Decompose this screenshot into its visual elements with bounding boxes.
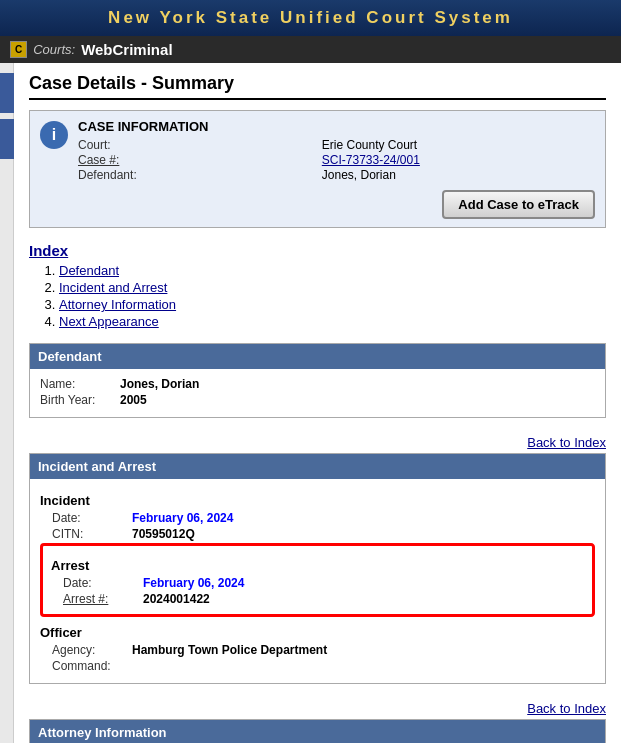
incident-back-to-index[interactable]: Back to Index: [527, 701, 606, 716]
case-num-value[interactable]: SCI-73733-24/001: [322, 153, 595, 167]
defendant-section: Defendant Name: Jones, Dorian Birth Year…: [29, 343, 606, 418]
agency-value: Hamburg Town Police Department: [132, 643, 327, 657]
command-row: Command:: [40, 659, 595, 673]
incident-date-label: Date:: [52, 511, 132, 525]
attorney-section: Attorney Information Defense Attorney: [29, 719, 606, 743]
side-tab-2[interactable]: [0, 119, 14, 159]
defendant-back-to-index[interactable]: Back to Index: [527, 435, 606, 450]
arrest-num-value: 2024001422: [143, 592, 210, 606]
etrack-row: Add Case to eTrack: [78, 190, 595, 219]
officer-label: Officer: [40, 625, 595, 640]
system-name: WebCriminal: [81, 41, 172, 58]
citn-label: CITN:: [52, 527, 132, 541]
side-tab-1[interactable]: [0, 73, 14, 113]
court-label: Court:: [78, 138, 312, 152]
page-title: Case Details - Summary: [29, 73, 606, 100]
index-list: Defendant Incident and Arrest Attorney I…: [29, 263, 606, 329]
case-num-label: Case #:: [78, 153, 312, 167]
agency-label: Agency:: [52, 643, 132, 657]
attorney-header: Attorney Information: [30, 720, 605, 743]
page-header: New York State Unified Court System: [0, 0, 621, 36]
citn-value: 70595012Q: [132, 527, 195, 541]
case-info-content: CASE INFORMATION Court: Erie County Cour…: [78, 119, 595, 219]
case-info-title: CASE INFORMATION: [78, 119, 595, 134]
index-link-appearance[interactable]: Next Appearance: [59, 314, 159, 329]
arrest-date-label: Date:: [63, 576, 143, 590]
incident-arrest-body: Incident Date: February 06, 2024 CITN: 7…: [30, 479, 605, 683]
name-row: Name: Jones, Dorian: [40, 377, 595, 391]
citn-row: CITN: 70595012Q: [40, 527, 595, 541]
courts-icon: C: [10, 41, 27, 58]
courts-label: Courts:: [33, 42, 75, 57]
incident-date-value: February 06, 2024: [132, 511, 233, 525]
arrest-label: Arrest: [51, 558, 584, 573]
case-info-table: Court: Erie County Court Case #: SCI-737…: [78, 138, 595, 182]
index-section: Index Defendant Incident and Arrest Atto…: [29, 242, 606, 329]
incident-label: Incident: [40, 493, 595, 508]
arrest-num-row: Arrest #: 2024001422: [51, 592, 584, 606]
arrest-num-label: Arrest #:: [63, 592, 143, 606]
incident-arrest-header: Incident and Arrest: [30, 454, 605, 479]
court-value: Erie County Court: [322, 138, 595, 152]
etrack-button[interactable]: Add Case to eTrack: [442, 190, 595, 219]
index-link-attorney[interactable]: Attorney Information: [59, 297, 176, 312]
incident-date-row: Date: February 06, 2024: [40, 511, 595, 525]
defendant-label: Defendant:: [78, 168, 312, 182]
case-info-box: i CASE INFORMATION Court: Erie County Co…: [29, 110, 606, 228]
birth-year-row: Birth Year: 2005: [40, 393, 595, 407]
agency-row: Agency: Hamburg Town Police Department: [40, 643, 595, 657]
info-icon: i: [40, 121, 68, 149]
defendant-body: Name: Jones, Dorian Birth Year: 2005: [30, 369, 605, 417]
index-link-defendant[interactable]: Defendant: [59, 263, 119, 278]
index-title[interactable]: Index: [29, 242, 606, 259]
incident-back-row: Back to Index: [29, 698, 606, 719]
index-item-4: Next Appearance: [59, 314, 606, 329]
name-label: Name:: [40, 377, 120, 391]
name-value: Jones, Dorian: [120, 377, 199, 391]
birth-year-value: 2005: [120, 393, 147, 407]
index-item-2: Incident and Arrest: [59, 280, 606, 295]
defendant-header: Defendant: [30, 344, 605, 369]
courts-bar: C Courts: WebCriminal: [0, 36, 621, 63]
header-title: New York State Unified Court System: [108, 8, 513, 27]
index-link-incident[interactable]: Incident and Arrest: [59, 280, 167, 295]
defendant-value: Jones, Dorian: [322, 168, 595, 182]
command-label: Command:: [52, 659, 132, 673]
birth-year-label: Birth Year:: [40, 393, 120, 407]
defendant-back-row: Back to Index: [29, 432, 606, 453]
incident-arrest-section: Incident and Arrest Incident Date: Febru…: [29, 453, 606, 684]
arrest-highlight-box: Arrest Date: February 06, 2024 Arrest #:…: [40, 543, 595, 617]
arrest-date-value: February 06, 2024: [143, 576, 244, 590]
arrest-date-row: Date: February 06, 2024: [51, 576, 584, 590]
main-content: Case Details - Summary i CASE INFORMATIO…: [14, 63, 621, 743]
index-item-3: Attorney Information: [59, 297, 606, 312]
page-wrapper: Case Details - Summary i CASE INFORMATIO…: [0, 63, 621, 743]
side-nav: [0, 63, 14, 743]
index-item-1: Defendant: [59, 263, 606, 278]
